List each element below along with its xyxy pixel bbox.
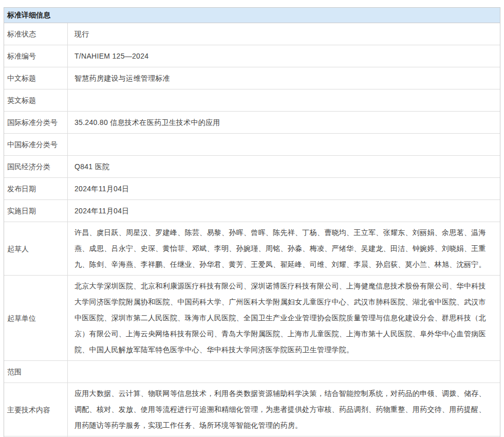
field-value	[68, 89, 500, 111]
field-label: 国民经济分类	[4, 156, 68, 177]
field-label: 起草单位	[4, 276, 68, 360]
field-label: 范围	[4, 361, 68, 383]
field-label: 实施日期	[4, 200, 68, 222]
field-row: 中文标题 智慧药房建设与运维管理标准	[4, 67, 500, 89]
field-value	[68, 361, 500, 383]
field-value: 2024年11月04日	[68, 200, 500, 222]
field-row: 标准状态 现行	[4, 23, 500, 45]
field-value: 智慧药房建设与运维管理标准	[68, 67, 500, 89]
field-row: 国际标准分类号 35.240.80 信息技术在医药卫生技术中的应用	[4, 111, 500, 133]
field-label: 国际标准分类号	[4, 112, 68, 133]
panel-title: 标准详细信息	[4, 8, 500, 23]
field-label: 主要技术内容	[4, 383, 68, 436]
field-value	[68, 134, 500, 155]
field-value: 应用大数据、云计算、物联网等信息技术，利用各类数据资源辅助科学决策，结合智能控制…	[68, 383, 500, 436]
field-row: 主要技术内容 应用大数据、云计算、物联网等信息技术，利用各类数据资源辅助科学决策…	[4, 383, 500, 436]
field-value: 35.240.80 信息技术在医药卫生技术中的应用	[68, 112, 500, 133]
field-value: 2024年11月04日	[68, 178, 500, 199]
field-row: 起草人 许昌、虞日跃、周星汉、罗建峰、陈芸、易黎、孙晖、曾晖、陈先祥、丁杨、曹晓…	[4, 222, 500, 275]
field-value: 北京大学深圳医院、北京和利康源医疗科技有限公司、深圳诺博医疗科技有限公司、上海健…	[68, 276, 500, 360]
field-value: T/NAHIEM 125—2024	[68, 45, 500, 67]
field-value: 现行	[68, 23, 500, 45]
field-label: 英文标题	[4, 89, 68, 111]
standard-details-panel: 标准详细信息 标准状态 现行 标准编号 T/NAHIEM 125—2024 中文…	[4, 7, 500, 437]
field-label: 中国标准分类号	[4, 134, 68, 155]
field-row: 实施日期 2024年11月04日	[4, 199, 500, 222]
field-row: 国民经济分类 Q841 医院	[4, 155, 500, 177]
field-row: 范围	[4, 360, 500, 383]
field-value: 许昌、虞日跃、周星汉、罗建峰、陈芸、易黎、孙晖、曾晖、陈先祥、丁杨、曹晓均、王立…	[68, 222, 500, 275]
field-label: 标准状态	[4, 23, 68, 45]
field-row: 标准编号 T/NAHIEM 125—2024	[4, 45, 500, 67]
field-row: 英文标题	[4, 89, 500, 111]
field-row: 发布日期 2024年11月04日	[4, 177, 500, 199]
field-label: 发布日期	[4, 178, 68, 199]
field-value: Q841 医院	[68, 156, 500, 177]
field-label: 中文标题	[4, 67, 68, 89]
field-label: 标准编号	[4, 45, 68, 67]
field-label: 起草人	[4, 222, 68, 275]
rows: 标准状态 现行 标准编号 T/NAHIEM 125—2024 中文标题 智慧药房…	[4, 23, 500, 437]
field-row: 中国标准分类号	[4, 133, 500, 155]
field-row: 起草单位 北京大学深圳医院、北京和利康源医疗科技有限公司、深圳诺博医疗科技有限公…	[4, 275, 500, 360]
